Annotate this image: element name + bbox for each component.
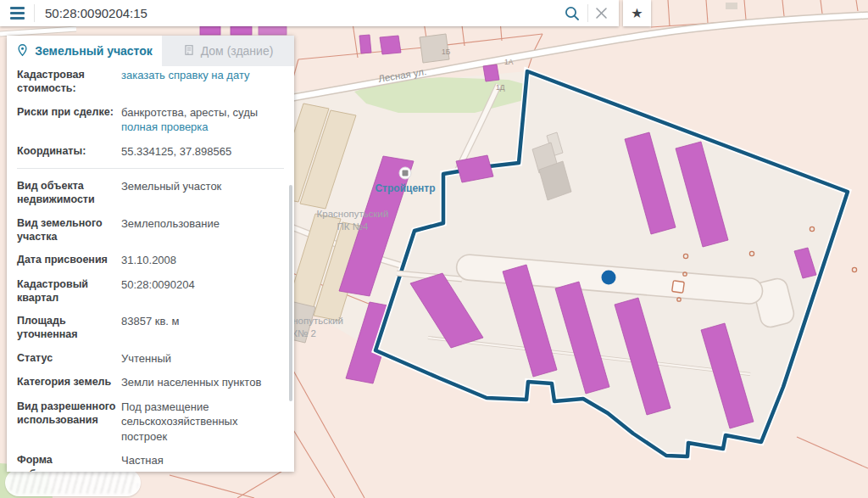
row-ownership-form: Форма собственности Частная (17, 453, 284, 472)
field-label: Вид земельного участка (17, 216, 121, 244)
location-pin-icon (16, 43, 29, 59)
tab-land-parcel[interactable]: Земельный участок (7, 36, 162, 66)
row-deal-risks: Риски при сделке: банкротства, аресты, с… (17, 105, 284, 135)
row-parcel-type: Вид земельного участка Землепользование (17, 216, 284, 244)
full-check-link[interactable]: полная проверка (121, 120, 209, 135)
field-value: Земельный участок (121, 179, 284, 207)
search-bar: 50:28:0090204:15 (0, 0, 619, 26)
order-report-link[interactable]: заказать справку на дату (121, 68, 250, 83)
house-number-1d: 1Д (496, 83, 505, 92)
favorite-button[interactable]: ★ (623, 0, 651, 26)
hamburger-icon (10, 7, 25, 9)
row-permitted-use: Вид разрешенного использования Под разме… (17, 400, 284, 445)
field-label: Категория земель (17, 375, 121, 390)
house-number-1a: 1А (504, 58, 514, 66)
field-value: банкротства, аресты, суды (121, 105, 284, 120)
panel-content: Кадастровая стоимость: заказать справку … (7, 66, 294, 472)
star-icon: ★ (631, 7, 643, 20)
row-object-type: Вид объекта недвижимости Земельный участ… (17, 179, 284, 207)
field-label: Площадь уточненная (17, 314, 121, 342)
menu-button[interactable] (0, 0, 34, 26)
field-label: Дата присвоения (17, 253, 121, 268)
poi-label: Стройцентр (375, 182, 435, 194)
field-value: 55.334125, 37.898565 (121, 144, 284, 159)
field-value: Землепользование (121, 216, 284, 244)
tab-label: Земельный участок (35, 44, 153, 58)
field-value: 31.10.2008 (121, 253, 284, 268)
row-coordinates: Координаты: 55.334125, 37.898565 (17, 144, 284, 159)
coop1-label-line2: ПК №4 (337, 221, 369, 232)
row-cadastral-value: Кадастровая стоимость: заказать справку … (17, 68, 284, 96)
search-icon[interactable] (564, 5, 581, 22)
field-label: Кадастровый квартал (17, 277, 121, 305)
field-value: Под размещение сельскохозяйственных пост… (121, 400, 284, 445)
row-area: Площадь уточненная 83857 кв. м (17, 314, 284, 342)
panel-scrollbar[interactable] (289, 185, 292, 401)
field-value: 83857 кв. м (121, 314, 284, 342)
field-label: Форма собственности (17, 453, 121, 472)
field-value: Земли населенных пунктов (121, 375, 284, 390)
tab-label: Дом (здание) (201, 44, 274, 58)
row-assignment-date: Дата присвоения 31.10.2008 (17, 253, 284, 268)
row-land-category: Категория земель Земли населенных пункто… (17, 375, 284, 390)
section-divider (17, 168, 284, 169)
house-number-1b: 1Б (442, 48, 451, 56)
row-cadastral-block: Кадастровый квартал 50:28:0090204 (17, 277, 284, 305)
field-label: Координаты: (17, 144, 121, 159)
bar-divider (587, 4, 588, 22)
tab-building[interactable]: Дом (здание) (162, 36, 294, 66)
field-value: 50:28:0090204 (121, 277, 284, 305)
field-label: Риски при сделке: (17, 105, 121, 135)
field-label: Кадастровая стоимость: (17, 68, 121, 96)
field-label: Вид разрешенного использования (17, 400, 121, 445)
selected-parcel-marker[interactable] (602, 271, 616, 285)
search-input[interactable]: 50:28:0090204:15 (35, 6, 564, 20)
field-value: Учтенный (121, 351, 284, 367)
coop1-label-line1: Краснопутьский (317, 209, 389, 219)
clear-icon[interactable] (595, 7, 608, 20)
app-window: Лесная ул. Стройцентр Краснопутьский ПК … (0, 0, 868, 498)
field-label: Статус (17, 351, 121, 367)
parcel-info-panel: Земельный участок Дом (здание) Кадастров… (7, 36, 294, 472)
poi-symbol (672, 281, 685, 294)
row-status: Статус Учтенный (17, 351, 284, 367)
panel-tabs: Земельный участок Дом (здание) (7, 36, 294, 66)
field-label: Вид объекта недвижимости (17, 179, 121, 207)
field-value: Частная (121, 453, 284, 472)
watermark-logo (5, 469, 141, 496)
building-icon (183, 44, 195, 59)
